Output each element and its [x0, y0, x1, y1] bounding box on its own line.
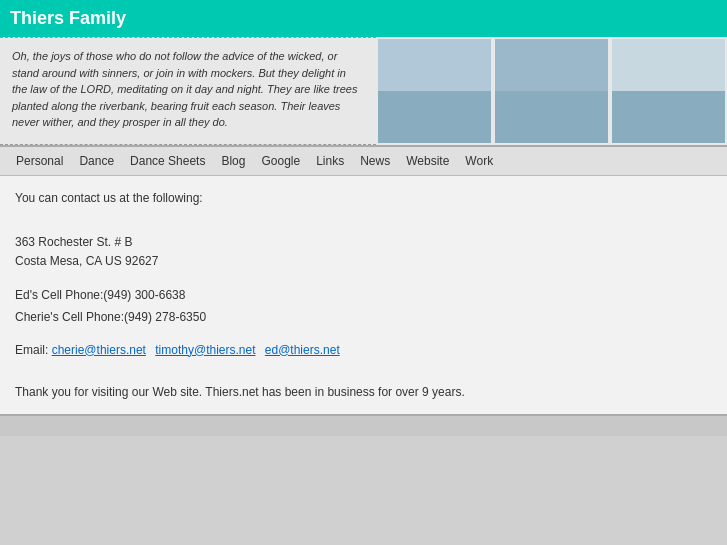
- ed-phone-line: Ed's Cell Phone:(949) 300-6638: [15, 285, 712, 307]
- cherie-phone-number: (949) 278-6350: [124, 310, 206, 324]
- header: Thiers Family: [0, 0, 727, 37]
- ed-phone-number: (949) 300-6638: [103, 288, 185, 302]
- banner-quote: Oh, the joys of those who do not follow …: [0, 37, 376, 145]
- nav-item-links[interactable]: Links: [308, 152, 352, 170]
- email-link-timothy[interactable]: timothy@thiers.net: [155, 343, 255, 357]
- nav-item-work[interactable]: Work: [457, 152, 501, 170]
- banner-image-2: [495, 39, 608, 143]
- nav-item-news[interactable]: News: [352, 152, 398, 170]
- nav-item-google[interactable]: Google: [253, 152, 308, 170]
- nav-item-personal[interactable]: Personal: [8, 152, 71, 170]
- phone-block: Ed's Cell Phone:(949) 300-6638 Cherie's …: [15, 285, 712, 328]
- footer: [0, 416, 727, 436]
- banner: Oh, the joys of those who do not follow …: [0, 37, 727, 147]
- nav-item-dance[interactable]: Dance: [71, 152, 122, 170]
- cherie-phone-line: Cherie's Cell Phone:(949) 278-6350: [15, 307, 712, 329]
- nav-item-dance-sheets[interactable]: Dance Sheets: [122, 152, 213, 170]
- email-label: Email:: [15, 343, 48, 357]
- ed-phone-label: Ed's Cell Phone:: [15, 288, 103, 302]
- banner-image-1: [378, 39, 491, 143]
- address-line1: 363 Rochester St. # B: [15, 233, 712, 252]
- address-line2: Costa Mesa, CA US 92627: [15, 252, 712, 271]
- address-block: 363 Rochester St. # B Costa Mesa, CA US …: [15, 233, 712, 271]
- site-title: Thiers Family: [10, 8, 126, 28]
- email-block: Email: cherie@thiers.net timothy@thiers.…: [15, 343, 712, 357]
- email-link-ed[interactable]: ed@thiers.net: [265, 343, 340, 357]
- nav-item-blog[interactable]: Blog: [213, 152, 253, 170]
- cherie-phone-label: Cherie's Cell Phone:: [15, 310, 124, 324]
- navigation: Personal Dance Dance Sheets Blog Google …: [0, 147, 727, 176]
- banner-image-3: [612, 39, 725, 143]
- email-link-cherie[interactable]: cherie@thiers.net: [52, 343, 146, 357]
- content-area: You can contact us at the following: 363…: [0, 176, 727, 416]
- bottom-space: [0, 436, 727, 516]
- banner-images: [376, 37, 728, 145]
- thank-you-text: Thank you for visiting our Web site. Thi…: [15, 385, 712, 399]
- contact-intro: You can contact us at the following:: [15, 191, 712, 205]
- nav-item-website[interactable]: Website: [398, 152, 457, 170]
